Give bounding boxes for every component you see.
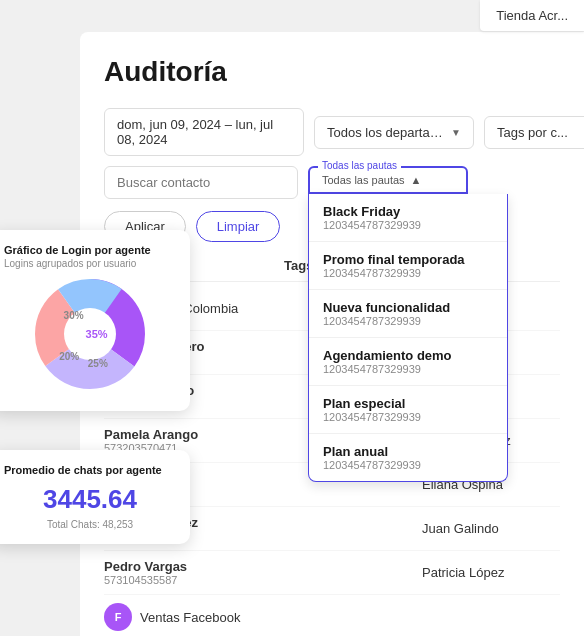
login-card-subtitle: Logins agrupados por usuario <box>4 258 176 269</box>
login-chart-card: Gráfico de Login por agente Logins agrup… <box>0 230 190 411</box>
clear-button[interactable]: Limpiar <box>196 211 281 242</box>
contact-name: Pamela Arango <box>104 427 284 442</box>
table-row: Pedro Vargas 573104535587 Patricia López <box>104 551 560 595</box>
tag-item-1[interactable]: Promo final temporada 1203454787329939 <box>309 242 507 290</box>
department-label: Todos los departamentos <box>327 125 445 140</box>
tag-code-5: 1203454787329939 <box>323 459 493 471</box>
tags-floating-label: Todas las pautas <box>318 160 401 171</box>
contact-cell: Pedro Vargas 573104535587 <box>104 559 284 586</box>
filters-row-1: dom, jun 09, 2024 – lun, jul 08, 2024 To… <box>104 108 560 156</box>
date-range-input[interactable]: dom, jun 09, 2024 – lun, jul 08, 2024 <box>104 108 304 156</box>
tag-code-4: 1203454787329939 <box>323 411 493 423</box>
chats-total: Total Chats: 48,253 <box>4 519 176 530</box>
tag-item-5[interactable]: Plan anual 1203454787329939 <box>309 434 507 481</box>
tag-name-3: Agendamiento demo <box>323 348 493 363</box>
agent-name: Juan Galindo <box>422 521 560 536</box>
tag-name-0: Black Friday <box>323 204 493 219</box>
tags-right-select[interactable]: Tags por c... ▼ <box>484 116 584 149</box>
login-card-title: Gráfico de Login por agente <box>4 244 176 256</box>
chevron-up-icon: ▲ <box>411 174 422 186</box>
chats-card: Promedio de chats por agente 3445.64 Tot… <box>0 450 190 544</box>
chats-card-title: Promedio de chats por agente <box>4 464 176 476</box>
chats-value: 3445.64 <box>4 484 176 515</box>
filters-row-2: Todas las pautas Todas las pautas ▲ Blac… <box>104 166 560 199</box>
tag-name-4: Plan especial <box>323 396 493 411</box>
tag-code-0: 1203454787329939 <box>323 219 493 231</box>
tag-code-1: 1203454787329939 <box>323 267 493 279</box>
contact-id: 573104535587 <box>104 574 284 586</box>
chevron-down-icon: ▼ <box>451 127 461 138</box>
tag-code-3: 1203454787329939 <box>323 363 493 375</box>
table-row: F Ventas Facebook <box>104 595 560 636</box>
contact-name: Pedro Vargas <box>104 559 284 574</box>
page-title: Auditoría <box>104 56 560 88</box>
tags-trigger-text: Todas las pautas <box>322 174 405 186</box>
tag-name-5: Plan anual <box>323 444 493 459</box>
tag-name-1: Promo final temporada <box>323 252 493 267</box>
tag-name-2: Nueva funcionalidad <box>323 300 493 315</box>
tag-item-4[interactable]: Plan especial 1203454787329939 <box>309 386 507 434</box>
store-name: Tienda Acr... <box>496 8 568 23</box>
agent-name: Patricia López <box>422 565 560 580</box>
avatar: F <box>104 603 132 631</box>
account-name: Ventas Facebook <box>140 610 240 625</box>
tags-right-label: Tags por c... <box>497 125 568 140</box>
tag-item-0[interactable]: Black Friday 1203454787329939 <box>309 194 507 242</box>
tag-code-2: 1203454787329939 <box>323 315 493 327</box>
tags-trigger[interactable]: Todas las pautas Todas las pautas ▲ <box>308 166 468 194</box>
tags-dropdown-wrapper: Todas las pautas Todas las pautas ▲ Blac… <box>308 166 468 194</box>
pie-chart: 35% 30% 20% 25% <box>35 279 145 389</box>
search-input[interactable] <box>104 166 298 199</box>
tag-item-2[interactable]: Nueva funcionalidad 1203454787329939 <box>309 290 507 338</box>
tag-item-3[interactable]: Agendamiento demo 1203454787329939 <box>309 338 507 386</box>
department-select[interactable]: Todos los departamentos ▼ <box>314 116 474 149</box>
top-bar: Tienda Acr... <box>480 0 584 31</box>
tags-dropdown: Black Friday 1203454787329939 Promo fina… <box>308 194 508 482</box>
account-cell: F Ventas Facebook <box>104 603 284 631</box>
